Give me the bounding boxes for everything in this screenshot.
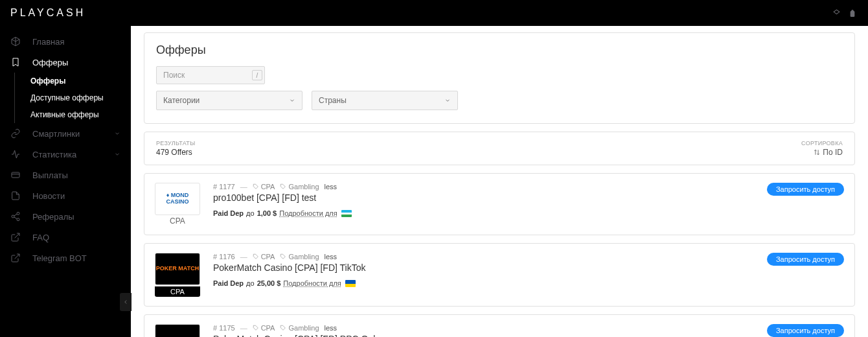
offer-title[interactable]: PokerMatch Casino [CPA] [FD] TikTok [213,262,754,273]
results-count: РЕЗУЛЬТАТЫ 479 Offers [156,140,195,157]
offer-logo-image: ♦ MOND CASINO [155,183,200,215]
category-select[interactable]: Категории [156,91,303,110]
offer-card: POKER MATCH # 1175 — CPA Gambling less [144,314,855,337]
offer-title[interactable]: pro100bet [CPA] [FD] test [213,192,754,203]
tag-icon [280,183,286,190]
nav-label: Новости [32,191,65,201]
offer-logo: POKER MATCH CPA [155,253,200,297]
sort-label: СОРТИРОВКА [801,140,843,146]
offer-id: # 1177 [213,183,235,191]
offers-subnav: Офферы Доступные офферы Активные офферы [14,73,131,123]
offer-body: # 1175 — CPA Gambling less PokerMatch Ca… [213,324,754,337]
offer-tag[interactable]: Gambling [280,324,319,332]
bell-icon[interactable] [832,9,841,17]
select-label: Страны [319,96,347,105]
less-toggle[interactable]: less [325,183,337,191]
sidebar-item-news[interactable]: Новости [0,185,131,206]
sort-control[interactable]: СОРТИРОВКА По ID [801,140,843,157]
offer-card: POKER MATCH CPA # 1176 — CPA Gambling le… [144,243,855,307]
page-title: Офферы [156,43,843,57]
offer-id: # 1176 [213,253,235,261]
request-access-button[interactable]: Запросить доступ [767,324,844,337]
nav-label: Рефералы [32,212,74,222]
dep-amount: 1,00 $ [257,209,277,217]
sort-icon [814,149,820,156]
user-icon[interactable] [847,8,858,18]
sidebar-item-referrals[interactable]: Рефералы [0,206,131,227]
external-icon [10,232,21,242]
tag-icon [253,183,259,190]
offer-dep-row: Paid Dep до 1,00 $ Подробности для [213,209,754,217]
offer-logo: ♦ MOND CASINO CPA [155,183,200,226]
offer-body: # 1176 — CPA Gambling less PokerMatch Ca… [213,253,754,287]
tag-icon [280,253,286,260]
details-link[interactable]: Подробности для [279,209,337,217]
offer-tag[interactable]: CPA [253,183,275,191]
offer-title[interactable]: PokerMatch Casino [CPA] [FD] PPC Only [213,334,754,337]
bookmark-icon [10,57,21,67]
subnav-available[interactable]: Доступные офферы [15,89,131,106]
offer-logo: POKER MATCH [155,324,200,337]
details-link[interactable]: Подробности для [283,279,341,287]
card-icon [10,170,21,180]
filter-panel: Офферы / Категории Страны [144,32,855,124]
file-icon [10,191,21,201]
offer-tag[interactable]: CPA [253,253,275,261]
results-value: 479 Offers [156,148,195,157]
cube-icon [10,36,21,47]
chevron-down-icon [114,130,120,137]
dep-amount: 25,00 $ [257,279,281,287]
offer-tag[interactable]: Gambling [280,183,319,191]
offer-card: ♦ MOND CASINO CPA # 1177 — CPA Gambling … [144,173,855,235]
country-select[interactable]: Страны [312,91,458,110]
sidebar-item-offers[interactable]: Офферы [0,52,131,73]
topbar: PLAYCASH [0,0,868,26]
tag-icon [280,325,286,331]
search-kbd-hint: / [252,70,262,80]
offer-dep-row: Paid Dep до 25,00 $ Подробности для [213,279,754,287]
sidebar-item-stats[interactable]: Статистика [0,144,131,165]
link-icon [10,128,21,139]
sidebar-item-payouts[interactable]: Выплаты [0,165,131,185]
external-icon [10,253,21,263]
share-icon [10,211,21,222]
offer-logo-caption: CPA [155,286,200,297]
subnav-offers[interactable]: Офферы [15,73,131,89]
search-wrap: / [156,66,265,84]
flag-icon [345,280,356,287]
tag-icon [253,325,259,331]
sidebar-item-home[interactable]: Главная [0,31,131,52]
sidebar-item-faq[interactable]: FAQ [0,227,131,248]
tag-icon [253,253,259,260]
sidebar-collapse-button[interactable] [120,293,131,311]
request-access-button[interactable]: Запросить доступ [767,183,844,196]
chevron-down-icon [444,97,451,104]
results-bar: РЕЗУЛЬТАТЫ 479 Offers СОРТИРОВКА По ID [144,132,855,165]
nav-label: Главная [32,37,64,47]
sidebar-item-telegram[interactable]: Telegram BOT [0,248,131,268]
nav-label: Telegram BOT [32,253,87,263]
svg-point-2 [12,215,14,218]
subnav-active[interactable]: Активные офферы [15,106,131,123]
less-toggle[interactable]: less [325,324,337,332]
request-access-button[interactable]: Запросить доступ [767,253,844,266]
sort-value: По ID [823,148,843,157]
dep-label: Paid Dep [213,279,244,287]
nav-label: Офферы [32,58,68,67]
offer-body: # 1177 — CPA Gambling less pro100bet [CP… [213,183,754,217]
svg-point-3 [17,218,19,221]
search-input[interactable] [156,66,265,84]
main-content: Офферы / Категории Страны РЕЗУЛЬТАТЫ 479… [131,26,868,337]
sidebar-item-smartlinks[interactable]: Смартлинки [0,123,131,144]
nav-label: FAQ [32,233,49,242]
activity-icon [10,149,21,159]
top-icons [832,8,858,18]
offer-logo-image: POKER MATCH [155,324,200,337]
offer-tag[interactable]: CPA [253,324,275,332]
offer-logo-image: POKER MATCH [155,253,200,285]
offer-tag[interactable]: Gambling [280,253,319,261]
offer-logo-caption: CPA [170,216,185,226]
chevron-down-icon [289,97,295,104]
less-toggle[interactable]: less [325,253,337,261]
flag-icon [341,210,352,217]
